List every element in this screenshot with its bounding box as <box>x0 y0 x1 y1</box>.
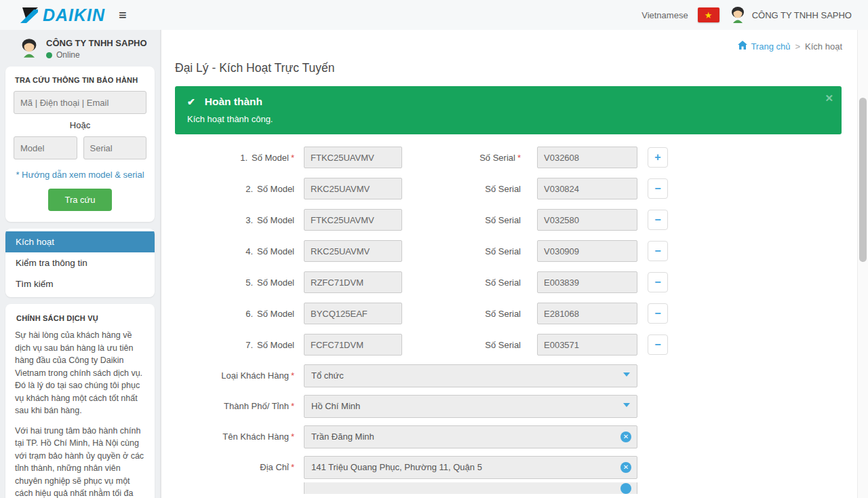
breadcrumb-separator: > <box>795 41 800 52</box>
success-alert: ✔ Hoàn thành Kích hoạt thành công. ✕ <box>175 86 842 134</box>
row-number: 2. <box>245 184 253 194</box>
alert-close-icon[interactable]: ✕ <box>825 92 833 104</box>
vertical-scrollbar[interactable] <box>857 30 868 498</box>
main-content: Trang chủ > Kích hoạt Đại Lý - Kích Hoạt… <box>161 30 857 498</box>
sidebar-item-activate[interactable]: Kích hoạt <box>5 231 155 252</box>
row-number: 7. <box>245 340 253 350</box>
sidebar-avatar-icon <box>19 38 39 58</box>
unit-row-2: 2.Số Model Số Serial − <box>175 173 842 204</box>
city-label: Thành Phố/ Tỉnh* <box>175 401 304 411</box>
policy-paragraph-2: Với hai trung tâm bảo hành chính tại TP.… <box>15 425 145 498</box>
customer-type-row: Loại Khách Hàng* Tổ chức <box>175 360 842 391</box>
address-label: Địa Chỉ* <box>175 462 304 472</box>
remove-unit-button[interactable]: − <box>648 210 668 230</box>
model-input-4[interactable] <box>304 240 402 262</box>
check-icon: ✔ <box>187 96 195 107</box>
serial-label-text: Số Serial <box>479 153 515 163</box>
header-user-menu[interactable]: CÔNG TY TNHH SAPHO <box>729 6 852 24</box>
brand-text: DAIKIN <box>43 5 105 25</box>
minus-icon: − <box>654 214 660 225</box>
model-label-text: Số Model <box>257 277 294 288</box>
lookup-code-input[interactable] <box>14 91 146 114</box>
model-label-text: Số Model <box>257 184 294 194</box>
serial-label: Số Serial <box>402 215 537 225</box>
lookup-model-input[interactable] <box>14 136 77 159</box>
add-unit-button[interactable]: + <box>648 147 668 168</box>
serial-label-text: Số Serial <box>485 309 521 319</box>
required-marker: * <box>291 370 294 381</box>
city-label-text: Thành Phố/ Tỉnh <box>224 401 289 411</box>
row-number: 4. <box>245 246 253 256</box>
model-input-5[interactable] <box>304 271 402 293</box>
remove-unit-button[interactable]: − <box>648 303 668 324</box>
model-input-6[interactable] <box>304 303 402 324</box>
lookup-serial-input[interactable] <box>83 136 147 159</box>
address-input[interactable]: 141 Triệu Quang Phục, Phường 11, Quận 5 <box>304 456 637 479</box>
unit-row-5: 5.Số Model Số Serial − <box>175 267 842 298</box>
serial-label-text: Số Serial <box>485 340 521 350</box>
sidebar-menu: Kích hoạt Kiểm tra thông tin Tìm kiếm <box>5 229 155 297</box>
chevron-down-icon <box>623 403 630 407</box>
clear-icon[interactable]: ✕ <box>620 462 631 473</box>
breadcrumb-home-link[interactable]: Trang chủ <box>738 41 790 52</box>
model-label-text: Số Model <box>257 340 294 350</box>
required-marker: * <box>291 401 294 411</box>
model-serial-guide-link[interactable]: * Hướng dẫn xem model & serial <box>14 170 146 180</box>
lookup-search-button[interactable]: Tra cứu <box>48 189 111 211</box>
row-number: 1. <box>240 153 248 163</box>
serial-input-2[interactable] <box>537 178 637 199</box>
model-input-7[interactable] <box>304 334 402 356</box>
daikin-logo[interactable]: DAIKIN <box>20 5 105 25</box>
model-input-3[interactable] <box>304 209 402 231</box>
remove-unit-button[interactable]: − <box>648 241 668 261</box>
remove-unit-button[interactable]: − <box>648 272 668 292</box>
address-row: Địa Chỉ* 141 Triệu Quang Phục, Phường 11… <box>175 452 842 482</box>
sidebar-user-panel: CÔNG TY TNHH SAPHO Online <box>0 30 160 66</box>
remove-unit-button[interactable]: − <box>648 334 668 355</box>
serial-input-3[interactable] <box>537 209 637 231</box>
language-label[interactable]: Vietnamese <box>642 10 688 20</box>
model-input-1[interactable] <box>304 147 402 168</box>
customer-type-select[interactable]: Tổ chức <box>304 364 637 387</box>
model-label-text: Số Model <box>257 215 294 225</box>
customer-name-input[interactable]: Trần Đăng Minh <box>304 425 637 448</box>
scrollbar-thumb[interactable] <box>859 98 867 262</box>
serial-label-text: Số Serial <box>485 246 521 256</box>
vietnam-flag-icon[interactable]: ★ <box>698 7 719 22</box>
clear-icon[interactable] <box>620 483 631 494</box>
header-user-name: CÔNG TY TNHH SAPHO <box>752 10 852 20</box>
serial-input-1[interactable] <box>537 147 637 168</box>
top-header: DAIKIN ≡ Vietnamese ★ CÔNG TY TNHH SAPHO <box>0 0 868 30</box>
city-select[interactable]: Hồ Chí Minh <box>304 395 637 418</box>
alert-message: Kích hoạt thành công. <box>187 114 829 124</box>
address-value: 141 Triệu Quang Phục, Phường 11, Quận 5 <box>311 462 482 472</box>
online-status-label: Online <box>56 50 80 60</box>
breadcrumb-current: Kích hoạt <box>805 41 842 52</box>
sidebar-item-check-info[interactable]: Kiểm tra thông tin <box>5 252 155 273</box>
city-value: Hồ Chí Minh <box>311 401 360 411</box>
header-right: Vietnamese ★ CÔNG TY TNHH SAPHO <box>642 6 852 24</box>
minus-icon: − <box>654 308 660 319</box>
clear-icon[interactable]: ✕ <box>620 432 631 442</box>
or-label: Hoặc <box>14 120 146 130</box>
serial-input-4[interactable] <box>537 240 637 262</box>
serial-input-7[interactable] <box>537 334 637 356</box>
model-input-2[interactable] <box>304 178 402 199</box>
model-label: 3.Số Model <box>175 215 304 225</box>
sidebar: CÔNG TY TNHH SAPHO Online TRA CỨU THÔNG … <box>0 30 161 498</box>
unit-row-4: 4.Số Model Số Serial − <box>175 235 842 267</box>
cropped-input[interactable] <box>304 482 637 494</box>
hamburger-menu-icon[interactable]: ≡ <box>119 8 127 22</box>
minus-icon: − <box>654 277 660 288</box>
required-marker: * <box>291 462 294 472</box>
chevron-down-icon <box>623 372 630 377</box>
sidebar-user-status: Online <box>46 50 147 60</box>
serial-input-5[interactable] <box>537 271 637 293</box>
customer-type-label: Loại Khách Hàng* <box>175 370 304 381</box>
serial-input-6[interactable] <box>537 303 637 324</box>
activation-form: 1.Số Model* Số Serial* + 2.Số Model Số S… <box>175 142 842 494</box>
sidebar-item-search[interactable]: Tìm kiếm <box>5 273 155 294</box>
remove-unit-button[interactable]: − <box>648 178 668 199</box>
serial-label: Số Serial* <box>402 153 537 163</box>
serial-label: Số Serial <box>402 246 537 256</box>
